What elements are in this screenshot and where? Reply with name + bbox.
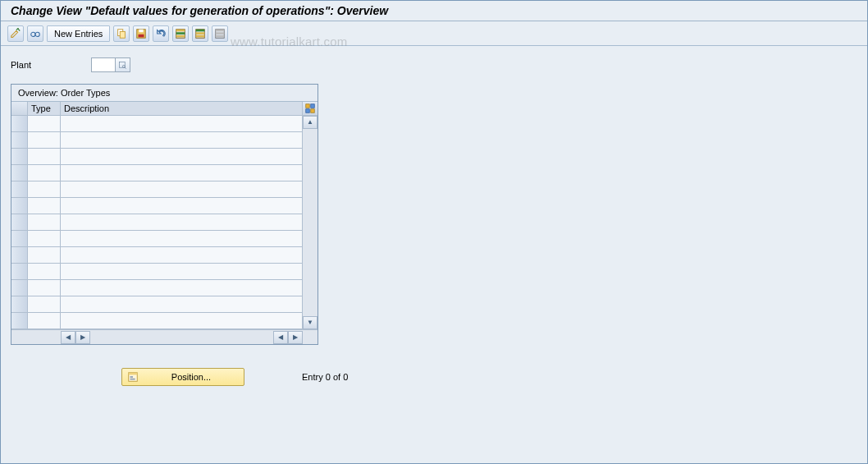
table-row	[11, 132, 303, 149]
expand-button[interactable]	[27, 25, 43, 42]
cell-description[interactable]	[61, 165, 303, 181]
cell-description[interactable]	[61, 280, 303, 296]
table-row	[11, 165, 303, 181]
save-icon	[135, 28, 147, 39]
cell-description[interactable]	[61, 231, 303, 247]
cell-description[interactable]	[61, 296, 303, 313]
plant-input-group	[91, 57, 130, 72]
row-selector[interactable]	[11, 198, 28, 214]
row-selector[interactable]	[11, 116, 28, 132]
undo-icon	[155, 28, 167, 39]
cell-description[interactable]	[61, 198, 303, 214]
cell-description[interactable]	[61, 116, 303, 132]
cell-type[interactable]	[28, 214, 61, 231]
table-config-button[interactable]	[303, 102, 318, 116]
row-selector[interactable]	[11, 149, 28, 165]
scroll-left-step-button[interactable]: ◀	[273, 331, 288, 344]
copy-icon	[116, 28, 127, 39]
save-variant-button[interactable]	[133, 25, 149, 42]
svg-rect-18	[216, 34, 225, 37]
position-button[interactable]: Position...	[121, 368, 244, 386]
plant-search-help-button[interactable]	[116, 57, 130, 72]
cell-type[interactable]	[28, 264, 61, 280]
cell-description[interactable]	[61, 181, 303, 198]
details-button[interactable]	[7, 25, 24, 42]
svg-rect-19	[119, 62, 125, 67]
table-row	[11, 247, 303, 264]
scroll-left-button[interactable]: ◀	[61, 331, 75, 344]
undo-button[interactable]	[153, 25, 169, 42]
horizontal-scrollbar: ◀ ▶ ◀ ▶	[11, 329, 318, 344]
cell-description[interactable]	[61, 132, 303, 149]
column-header-type[interactable]: Type	[28, 102, 61, 116]
cell-type[interactable]	[28, 296, 61, 313]
row-selector[interactable]	[11, 214, 28, 231]
triangle-left-icon: ◀	[278, 334, 283, 341]
row-selector[interactable]	[11, 313, 28, 329]
cell-description[interactable]	[61, 264, 303, 280]
svg-rect-28	[130, 376, 134, 378]
column-header-description[interactable]: Description	[61, 102, 303, 116]
table-row	[11, 231, 303, 247]
svg-line-21	[125, 67, 126, 68]
search-help-icon	[118, 61, 127, 70]
row-selector[interactable]	[11, 264, 28, 280]
deselect-button[interactable]	[212, 25, 228, 42]
row-selector[interactable]	[11, 280, 28, 296]
triangle-up-icon: ▲	[307, 119, 313, 126]
svg-rect-25	[311, 109, 315, 113]
cell-type[interactable]	[28, 132, 61, 149]
cell-description[interactable]	[61, 214, 303, 231]
svg-rect-23	[311, 104, 315, 108]
application-toolbar: New Entries	[1, 21, 867, 46]
select-block-button[interactable]	[192, 25, 208, 42]
triangle-right-icon: ▶	[293, 334, 298, 341]
vertical-scrollbar: ▲ ▼	[303, 116, 318, 329]
svg-rect-6	[139, 34, 144, 37]
entry-counter: Entry 0 of 0	[302, 372, 348, 382]
screen-header: Change View "Default values for generati…	[1, 1, 867, 21]
grid-title: Overview: Order Types	[11, 85, 318, 102]
plant-input[interactable]	[91, 57, 116, 72]
cell-description[interactable]	[61, 313, 303, 329]
cell-type[interactable]	[28, 198, 61, 214]
row-selector-header[interactable]	[11, 102, 28, 116]
grid-body-wrap: ▲ ▼	[11, 116, 318, 329]
svg-rect-17	[216, 32, 225, 34]
svg-rect-5	[139, 29, 144, 32]
cell-description[interactable]	[61, 149, 303, 165]
row-selector[interactable]	[11, 165, 28, 181]
copy-button[interactable]	[113, 25, 130, 42]
row-selector[interactable]	[11, 296, 28, 313]
page-title: Change View "Default values for generati…	[11, 4, 857, 17]
cell-type[interactable]	[28, 231, 61, 247]
cell-type[interactable]	[28, 313, 61, 329]
cell-type[interactable]	[28, 280, 61, 296]
cell-type[interactable]	[28, 165, 61, 181]
row-selector[interactable]	[11, 181, 28, 198]
svg-rect-9	[176, 32, 185, 34]
select-all-button[interactable]	[172, 25, 189, 42]
new-entries-button[interactable]: New Entries	[47, 25, 110, 42]
svg-rect-16	[216, 29, 225, 31]
cell-description[interactable]	[61, 247, 303, 264]
table-row	[11, 181, 303, 198]
cell-type[interactable]	[28, 116, 61, 132]
cell-type[interactable]	[28, 247, 61, 264]
scroll-up-button[interactable]: ▲	[303, 116, 318, 129]
table-row	[11, 296, 303, 313]
row-selector[interactable]	[11, 132, 28, 149]
select-block-icon	[194, 28, 206, 39]
svg-point-1	[35, 32, 39, 36]
table-row	[11, 149, 303, 165]
svg-rect-10	[176, 34, 185, 37]
cell-type[interactable]	[28, 181, 61, 198]
scroll-down-button[interactable]: ▼	[303, 316, 318, 329]
deselect-icon	[214, 28, 226, 39]
cell-type[interactable]	[28, 149, 61, 165]
scrollbar-track[interactable]	[303, 129, 318, 316]
scroll-right-button[interactable]: ▶	[288, 331, 303, 344]
scroll-right-step-button[interactable]: ▶	[75, 331, 90, 344]
row-selector[interactable]	[11, 231, 28, 247]
row-selector[interactable]	[11, 247, 28, 264]
